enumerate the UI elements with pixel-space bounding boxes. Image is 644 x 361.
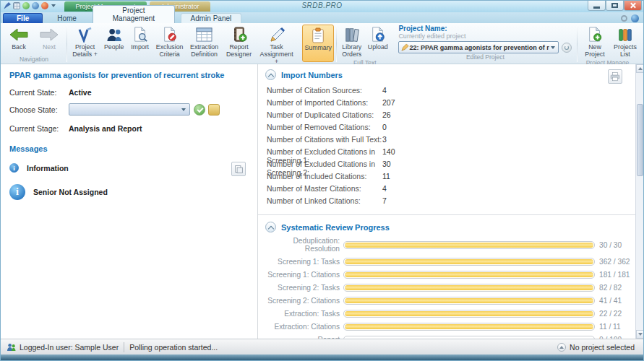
help-icon[interactable] [631, 14, 639, 22]
new-project-label: New Project [582, 44, 608, 58]
import-row: Number of Duplicated Citations:26 [258, 109, 635, 121]
expand-status-icon[interactable] [557, 343, 566, 352]
copy-icon [234, 165, 244, 174]
state-history-button[interactable] [208, 104, 220, 116]
next-button[interactable]: Next [34, 25, 64, 55]
choose-state-combobox[interactable] [69, 103, 190, 116]
collapse-import-numbers-button[interactable] [265, 69, 276, 80]
window-bottom-edge [1, 355, 643, 360]
import-icon [132, 26, 148, 43]
tab-project-management[interactable]: Project Management [93, 5, 175, 23]
ribbon-group-steps: Project Details + People Import [68, 24, 299, 64]
projects-list-icon [617, 26, 633, 43]
triangle-up-icon [638, 67, 643, 70]
vertical-scrollbar[interactable] [635, 64, 643, 339]
messages-heading: Messages [9, 144, 249, 153]
ribbon-group-summary: Summary [301, 24, 335, 64]
report-designer-button[interactable]: Report Designer [223, 25, 256, 66]
import-button[interactable]: Import [127, 25, 153, 66]
ribbon-group-full-text: Library Orders Upload Full Text [338, 24, 392, 64]
summary-button[interactable]: Summary [302, 25, 334, 62]
ribbon-tab-row: File Home Project Management Admin Panel [1, 12, 643, 23]
collapse-progress-button[interactable] [265, 222, 276, 232]
project-summary-panel: PPAR gamma agonists for prevention of re… [1, 64, 258, 339]
apply-state-button[interactable] [194, 104, 205, 116]
ribbon-options-icon[interactable] [621, 15, 627, 22]
project-details-icon [77, 26, 93, 43]
projects-list-button[interactable]: Projects List [610, 25, 640, 58]
chevron-down-icon[interactable] [181, 108, 186, 111]
information-label: Information [27, 164, 69, 173]
back-label: Back [12, 44, 26, 51]
maximize-button[interactable] [606, 1, 624, 11]
import-row: Number of Included Citations:11 [258, 170, 635, 183]
progress-bar [343, 284, 595, 292]
library-orders-button[interactable]: Library Orders [339, 25, 365, 58]
status-bar: Logged-In user: Sample User Polling oper… [1, 339, 643, 355]
triangle-down-icon [638, 333, 643, 336]
project-details-button[interactable]: Project Details + [69, 25, 101, 66]
operation-status: Polling operation started... [129, 343, 218, 352]
scroll-down-button[interactable] [636, 330, 643, 339]
ribbon-separator [393, 25, 394, 62]
tab-file[interactable]: File [3, 13, 43, 23]
new-project-icon [587, 26, 603, 43]
ribbon-separator [66, 25, 67, 62]
summary-label: Summary [304, 45, 332, 52]
import-row: Number of Imported Citations:207 [258, 97, 635, 109]
new-project-button[interactable]: New Project [580, 25, 610, 58]
edited-project-value: 22: PPAR gamma agonists for prevention o… [409, 44, 549, 51]
people-label: People [104, 44, 124, 51]
progress-row: Extraction: Citations11 / 11 [258, 323, 635, 331]
current-state-value: Active [69, 88, 92, 97]
exclusion-criteria-icon [162, 26, 178, 43]
minimize-button[interactable] [588, 1, 606, 11]
app-window: Project Management Administrator SRDB.PR… [0, 0, 644, 361]
import-row: Number of Citation Sources:4 [258, 84, 635, 97]
message-text: Senior Not Assigned [33, 188, 108, 196]
user-status-icon [7, 343, 16, 352]
import-row: Number of Excluded Citations in Screenin… [258, 158, 635, 170]
task-assignment-button[interactable]: Task Assignment + [256, 25, 298, 66]
ribbon-separator [577, 25, 578, 62]
progress-row: Screening 2: Tasks82 / 82 [258, 284, 635, 292]
extraction-definition-button[interactable]: Extraction Definition [186, 25, 223, 66]
progress-bar [343, 336, 595, 339]
print-summary-button[interactable] [608, 69, 622, 84]
library-orders-icon [344, 26, 360, 43]
upload-icon [370, 26, 386, 43]
import-row: Number of Excluded Citations in Screenin… [258, 146, 635, 158]
info-icon: i [9, 163, 19, 173]
tab-home[interactable]: Home [48, 14, 85, 23]
import-numbers-title: Import Numbers [281, 71, 343, 79]
scrollbar-thumb[interactable] [637, 104, 643, 176]
refresh-project-button[interactable] [562, 43, 572, 53]
summary-report-panel: Import Numbers Number of Citation Source… [258, 64, 643, 339]
exclusion-criteria-button[interactable]: Exclusion Criteria [153, 25, 186, 66]
progress-row: Extraction: Tasks22 / 22 [258, 310, 635, 318]
people-button[interactable]: People [101, 25, 127, 66]
import-row: Number of Linked Citations:7 [258, 195, 635, 207]
close-button[interactable] [624, 1, 642, 11]
upload-label: Upload [368, 44, 388, 51]
chevron-down-icon[interactable] [551, 46, 555, 49]
report-designer-label: Report Designer [225, 44, 254, 58]
people-icon [106, 26, 123, 43]
scroll-up-button[interactable] [636, 64, 643, 73]
ribbon-group-project-manage: New Project Projects List Project Manage… [578, 24, 642, 64]
info-icon: i [9, 184, 25, 200]
ribbon-group-edited-project: Project Name: Currently edited project 2… [394, 24, 576, 64]
section-divider [258, 214, 635, 215]
edited-project-combobox[interactable]: 22: PPAR gamma agonists for prevention o… [398, 41, 559, 53]
import-row: Number of Citations with Full Text:3 [258, 134, 635, 146]
message-action-button[interactable] [231, 162, 246, 176]
upload-button[interactable]: Upload [365, 25, 391, 58]
extraction-definition-icon [196, 26, 212, 43]
logged-in-user: Logged-In user: Sample User [20, 343, 119, 352]
back-button[interactable]: Back [4, 25, 34, 55]
project-name-heading: Project Name: [398, 25, 572, 32]
tab-admin-panel[interactable]: Admin Panel [181, 13, 241, 23]
progress-title: Systematic Review Progress [281, 223, 390, 232]
progress-bar [343, 323, 595, 331]
progress-bar [343, 297, 595, 305]
